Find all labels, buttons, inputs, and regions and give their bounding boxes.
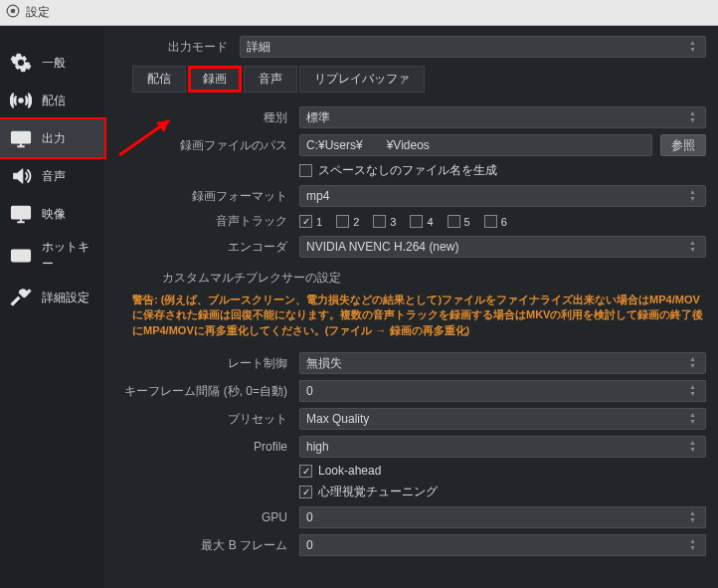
tab-audio[interactable]: 音声 (244, 66, 297, 93)
path-value: C:¥Users¥ ¥Videos (306, 137, 430, 154)
gear-icon (8, 50, 34, 76)
bframes-value: 0 (306, 538, 313, 552)
app-icon (6, 4, 20, 21)
track-5-checkbox[interactable] (448, 215, 460, 228)
type-label: 種別 (112, 109, 291, 126)
spaceless-checkbox[interactable] (299, 164, 312, 177)
tab-replay[interactable]: リプレイバッファ (299, 66, 425, 93)
track-num: 3 (390, 216, 396, 228)
type-value: 標準 (306, 109, 330, 126)
svg-rect-4 (12, 207, 30, 219)
track-4-checkbox[interactable] (410, 215, 423, 228)
encoder-select[interactable]: NVIDIA NVENC H.264 (new) ▲▼ (299, 236, 706, 258)
bframes-input[interactable]: 0 ▲▼ (299, 534, 706, 556)
keyint-input[interactable]: 0 ▲▼ (299, 380, 706, 402)
sidebar: 一般 配信 出力 音声 映像 (0, 26, 104, 588)
tab-label: 音声 (259, 72, 282, 86)
output-mode-select[interactable]: 詳細 ▲▼ (240, 36, 706, 58)
broadcast-icon (8, 88, 34, 113)
chevron-updown-icon: ▲▼ (689, 439, 703, 455)
tab-stream[interactable]: 配信 (132, 66, 186, 93)
format-value: mp4 (306, 189, 329, 203)
sidebar-item-label: 一般 (42, 55, 96, 72)
profile-select[interactable]: high ▲▼ (299, 436, 706, 458)
stepper-icon[interactable]: ▲▼ (689, 537, 703, 553)
track-num: 1 (316, 216, 322, 228)
tab-record[interactable]: 録画 (188, 66, 242, 93)
keyint-label: キーフレーム間隔 (秒, 0=自動) (112, 383, 291, 400)
svg-point-2 (19, 98, 23, 102)
format-select[interactable]: mp4 ▲▼ (299, 185, 706, 207)
track-2-checkbox[interactable] (336, 215, 349, 228)
sidebar-item-stream[interactable]: 配信 (0, 82, 104, 119)
sidebar-item-output[interactable]: 出力 (0, 117, 106, 159)
track-1-checkbox[interactable] (299, 215, 312, 228)
chevron-updown-icon: ▲▼ (689, 355, 703, 371)
tools-icon (8, 285, 34, 310)
sidebar-item-general[interactable]: 一般 (0, 44, 104, 82)
rate-label: レート制御 (112, 355, 291, 372)
audio-tracks: 1 2 3 4 5 6 (299, 215, 706, 228)
type-select[interactable]: 標準 ▲▼ (299, 106, 706, 128)
warning-text: 警告: (例えば、ブルースクリーン、電力損失などの結果として)ファイルをファイナ… (132, 293, 706, 338)
sidebar-item-video[interactable]: 映像 (0, 195, 104, 233)
gpu-input[interactable]: 0 ▲▼ (299, 506, 706, 528)
window-title: 設定 (26, 4, 50, 21)
sidebar-item-advanced[interactable]: 詳細設定 (0, 279, 104, 316)
sidebar-item-hotkeys[interactable]: ホットキー (0, 233, 104, 279)
bframes-label: 最大 B フレーム (112, 537, 291, 554)
sidebar-item-label: 音声 (42, 168, 96, 185)
track-6-checkbox[interactable] (484, 215, 497, 228)
svg-point-1 (11, 9, 16, 14)
chevron-updown-icon: ▲▼ (689, 109, 703, 125)
track-3-checkbox[interactable] (373, 215, 386, 228)
spaceless-label: スペースなしのファイル名を生成 (318, 162, 497, 179)
rate-value: 無損失 (306, 355, 342, 372)
output-icon (8, 125, 34, 151)
muxer-section-label: カスタムマルチプレクサーの設定 (162, 270, 706, 287)
sidebar-item-label: 詳細設定 (42, 290, 96, 306)
path-label: 録画ファイルのパス (112, 137, 291, 154)
tab-label: 録画 (203, 72, 227, 86)
sidebar-item-label: 配信 (42, 93, 96, 109)
lookahead-checkbox[interactable] (299, 465, 312, 478)
preset-select[interactable]: Max Quality ▲▼ (299, 408, 706, 430)
chevron-updown-icon: ▲▼ (689, 39, 703, 55)
psycho-label: 心理視覚チューニング (318, 484, 438, 500)
speaker-icon (8, 163, 34, 189)
sidebar-item-label: 映像 (42, 206, 96, 223)
sidebar-item-label: ホットキー (42, 239, 96, 273)
profile-label: Profile (112, 440, 291, 454)
sidebar-item-audio[interactable]: 音声 (0, 157, 104, 195)
stepper-icon[interactable]: ▲▼ (689, 509, 703, 525)
browse-button[interactable]: 参照 (660, 134, 706, 156)
chevron-updown-icon: ▲▼ (689, 188, 703, 204)
titlebar: 設定 (0, 0, 718, 26)
sidebar-item-label: 出力 (42, 130, 96, 147)
keyint-value: 0 (306, 384, 313, 398)
browse-label: 参照 (671, 137, 695, 154)
output-mode-label: 出力モード (112, 39, 232, 56)
gpu-value: 0 (306, 510, 313, 524)
keyboard-icon (8, 243, 34, 269)
chevron-updown-icon: ▲▼ (689, 411, 703, 427)
output-mode-value: 詳細 (247, 39, 270, 56)
encoder-value: NVIDIA NVENC H.264 (new) (306, 240, 458, 254)
encoder-label: エンコーダ (112, 239, 291, 256)
track-num: 4 (427, 216, 433, 228)
psycho-checkbox[interactable] (299, 486, 312, 498)
monitor-icon (8, 201, 34, 227)
track-num: 6 (501, 216, 507, 228)
tab-label: リプレイバッファ (314, 72, 410, 86)
path-input[interactable]: C:¥Users¥ ¥Videos (299, 134, 652, 156)
preset-label: プリセット (112, 411, 291, 428)
profile-value: high (306, 440, 329, 454)
content-panel: 出力モード 詳細 ▲▼ 配信 録画 音声 リプレイバッファ 種別 標準 ▲▼ (104, 26, 718, 588)
stepper-icon[interactable]: ▲▼ (689, 383, 703, 399)
chevron-updown-icon: ▲▼ (689, 239, 703, 255)
track-num: 2 (353, 216, 359, 228)
rate-select[interactable]: 無損失 ▲▼ (299, 352, 706, 374)
gpu-label: GPU (112, 510, 291, 524)
preset-value: Max Quality (306, 412, 369, 426)
output-tabs: 配信 録画 音声 リプレイバッファ (132, 66, 706, 93)
